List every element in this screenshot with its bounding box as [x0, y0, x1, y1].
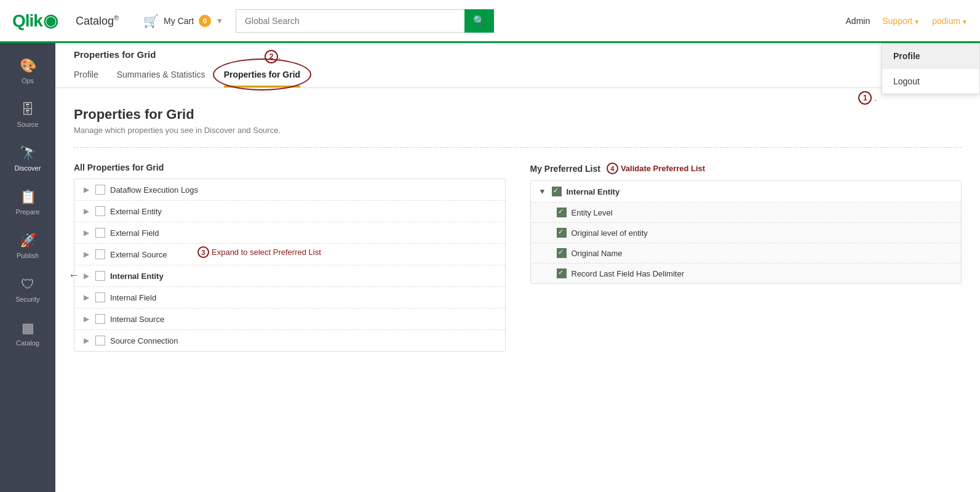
checkbox-dataflow[interactable] [95, 185, 105, 195]
support-arrow: ▼ [914, 18, 920, 25]
sidebar-item-security[interactable]: 🛡 Security [0, 268, 55, 312]
annotation-3: 3 Expand to select Preferred List [197, 246, 321, 258]
tab-properties[interactable]: Properties for Grid [224, 65, 300, 87]
sidebar-item-catalog[interactable]: ▦ Catalog [0, 312, 55, 355]
podium-link[interactable]: podium▼ [932, 16, 968, 26]
expand-dataflow[interactable]: ▶ [82, 185, 90, 194]
checkbox-pref-internal-entity[interactable] [552, 187, 562, 196]
sidebar-item-publish[interactable]: 🚀 Publish [0, 224, 55, 268]
checkbox-internal-source[interactable] [95, 314, 105, 324]
tab-profile[interactable]: Profile [74, 65, 98, 87]
checkbox-original-level[interactable] [557, 228, 567, 238]
section-desc: Manage which properties you see in Disco… [74, 126, 962, 135]
main-content: 1. Properties for Grid 2. Profile Summar… [55, 43, 980, 492]
page-title-bar: Properties for Grid [74, 49, 962, 65]
prepare-icon: 📋 [20, 189, 36, 205]
prop-item-dataflow: ▶ Dataflow Execution Logs [74, 179, 505, 201]
sidebar-item-prepare[interactable]: 📋 Prepare [0, 180, 55, 224]
checkbox-external-entity[interactable] [95, 206, 105, 216]
pref-original-level: Original level of entity [531, 223, 962, 243]
catalog-icon: ▦ [22, 320, 34, 336]
preferred-list-label: My Preferred List [530, 164, 600, 174]
label-original-name: Original Name [572, 249, 623, 258]
expand-external-entity[interactable]: ▶ [82, 207, 90, 216]
preferred-list-header: My Preferred List 4 Validate Preferred L… [530, 163, 962, 174]
expand-internal-field[interactable]: ▶ [82, 293, 90, 302]
checkbox-external-field[interactable] [95, 228, 105, 238]
checkbox-source-connection[interactable] [95, 336, 105, 345]
annotation-badge-2: 2 [265, 50, 278, 63]
catalog-label: Catalog® [76, 14, 119, 28]
tabs: Profile Summaries & Statistics Propertie… [74, 65, 962, 87]
checkbox-record-last-field[interactable] [557, 268, 567, 278]
annotation-3-text: Expand to select Preferred List [212, 248, 321, 257]
tab-summaries[interactable]: Summaries & Statistics [117, 65, 205, 87]
expand-internal-entity[interactable]: ▶ ← [82, 272, 90, 280]
checkbox-internal-entity[interactable] [95, 271, 105, 281]
pref-original-name: Original Name [531, 243, 962, 264]
label-internal-source: Internal Source [110, 315, 164, 324]
security-icon: 🛡 [21, 276, 34, 292]
label-pref-internal-entity: Internal Entity [567, 187, 620, 196]
checkbox-internal-field[interactable] [95, 292, 105, 302]
validate-preferred-link[interactable]: Validate Preferred List [621, 164, 705, 173]
podium-arrow: ▼ [962, 18, 968, 25]
expand-internal-source[interactable]: ▶ [82, 315, 90, 323]
logo-text: Qlik◉ [12, 10, 57, 31]
all-properties-column: All Properties for Grid ▶ Dataflow Execu… [74, 163, 506, 352]
label-internal-field: Internal Field [110, 293, 156, 302]
profile-dropdown-logout[interactable]: Logout [882, 69, 979, 94]
label-internal-entity: Internal Entity [110, 272, 164, 281]
source-icon: 🗄 [21, 102, 34, 118]
sidebar-catalog-label: Catalog [16, 339, 39, 347]
preferred-list: ▼ Internal Entity Entity Level Or [530, 180, 962, 284]
support-link[interactable]: Support▼ [882, 16, 920, 26]
all-properties-list: ▶ Dataflow Execution Logs ▶ External Ent… [74, 179, 506, 352]
content-area: Properties for Grid Manage which propert… [55, 88, 980, 370]
expand-source-connection[interactable]: ▶ [82, 336, 90, 345]
label-entity-level: Entity Level [572, 208, 613, 217]
search-input[interactable] [236, 9, 464, 33]
expand-pref-internal-entity[interactable]: ▼ [538, 187, 547, 196]
expand-external-field[interactable]: ▶ [82, 228, 90, 237]
search-button[interactable]: 🔍 [464, 9, 494, 33]
page-header-title: Properties for Grid [74, 49, 156, 60]
nav-links: Admin Support▼ podium▼ [846, 16, 968, 26]
prop-item-external-entity: ▶ External Entity [74, 201, 505, 222]
annotation-4: 4 Validate Preferred List [607, 163, 705, 174]
annotation-badge-2-wrapper: 2. [265, 50, 281, 63]
all-properties-label: All Properties for Grid [74, 163, 164, 172]
grid-columns: All Properties for Grid ▶ Dataflow Execu… [74, 163, 962, 352]
prop-item-source-connection: ▶ Source Connection [74, 330, 505, 351]
section-divider [74, 147, 962, 148]
checkbox-external-source[interactable] [95, 249, 105, 259]
admin-link[interactable]: Admin [846, 16, 870, 26]
cart-label: My Cart [164, 16, 194, 26]
pref-internal-entity: ▼ Internal Entity [531, 181, 962, 203]
sidebar: 🎨 Ops 🗄 Source 🔭 Discover 📋 Prepare 🚀 Pu… [0, 43, 55, 492]
label-external-field: External Field [110, 228, 159, 238]
search-bar: 🔍 [236, 9, 494, 33]
sidebar-item-discover[interactable]: 🔭 Discover [0, 137, 55, 180]
profile-dropdown-profile[interactable]: Profile [882, 44, 979, 69]
discover-icon: 🔭 [20, 145, 36, 161]
publish-icon: 🚀 [20, 233, 36, 249]
label-original-level: Original level of entity [572, 228, 648, 238]
top-nav: Qlik◉ Catalog® 🛒 My Cart 0 ▼ 🔍 Admin Sup… [0, 0, 980, 43]
cart-count: 0 [199, 15, 211, 27]
checkbox-entity-level[interactable] [557, 208, 567, 217]
page-header: Properties for Grid 2. Profile Summaries… [55, 43, 980, 88]
checkbox-original-name[interactable] [557, 248, 567, 258]
preferred-list-column: My Preferred List 4 Validate Preferred L… [530, 163, 962, 352]
expand-external-source[interactable]: ▶ [82, 250, 90, 259]
sidebar-item-ops[interactable]: 🎨 Ops [0, 49, 55, 93]
cart-dropdown-arrow: ▼ [216, 17, 223, 25]
label-external-source: External Source [110, 250, 167, 259]
pref-entity-level: Entity Level [531, 203, 962, 223]
prop-item-external-source: ▶ External Source 3 Expand to select Pre… [74, 244, 505, 265]
sidebar-item-source[interactable]: 🗄 Source [0, 93, 55, 137]
logo: Qlik◉ [12, 10, 57, 31]
annotation-badge-4: 4 [607, 163, 618, 174]
cart-button[interactable]: 🛒 My Cart 0 ▼ [143, 14, 223, 28]
label-record-last-field: Record Last Field Has Delimiter [572, 269, 685, 278]
